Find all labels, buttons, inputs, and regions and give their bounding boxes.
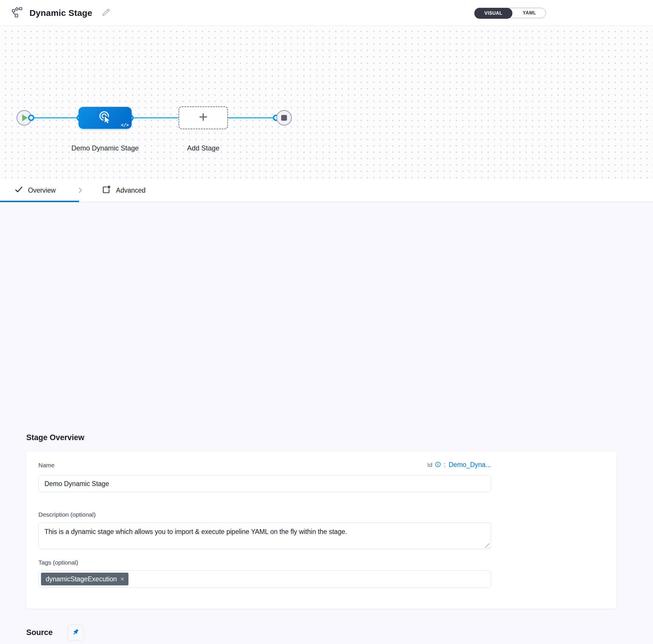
- stop-icon: [281, 115, 287, 121]
- check-icon: [15, 185, 23, 195]
- chevron-right-icon: [76, 187, 84, 194]
- edge-start-to-stage: [30, 117, 80, 118]
- page-title: Dynamic Stage: [29, 8, 92, 18]
- name-input[interactable]: [39, 475, 491, 492]
- tags-label: Tags (optional): [39, 559, 78, 566]
- pushpin-icon: [69, 626, 81, 639]
- advanced-settings-icon: [102, 185, 111, 196]
- click-icon: [98, 110, 113, 126]
- id-label: Id: [427, 461, 432, 469]
- plus-icon: +: [199, 110, 208, 124]
- port-start-out: [28, 115, 34, 121]
- tags-input[interactable]: dynamicStageExecution ×: [39, 570, 491, 588]
- stage-node-label: Demo Dynamic Stage: [71, 142, 139, 154]
- tab-advanced[interactable]: Advanced: [102, 185, 145, 196]
- edit-pencil-icon[interactable]: [99, 7, 111, 19]
- add-stage-label: Add Stage: [178, 142, 228, 154]
- source-heading-row: Source: [26, 624, 83, 641]
- info-icon[interactable]: [435, 461, 441, 469]
- add-stage-node[interactable]: +: [178, 106, 228, 129]
- play-icon: [22, 114, 28, 121]
- name-label: Name: [39, 462, 54, 469]
- pin-button[interactable]: [67, 624, 83, 641]
- stage-id-row: Id : Demo_Dyna...: [427, 461, 491, 469]
- id-colon: :: [444, 461, 446, 469]
- toggle-visual[interactable]: VISUAL: [474, 8, 512, 19]
- stage-overview-heading: Stage Overview: [26, 433, 84, 442]
- description-label: Description (optional): [39, 511, 96, 518]
- tag-remove-icon[interactable]: ×: [120, 576, 124, 582]
- page-header: Dynamic Stage VISUAL YAML: [0, 0, 653, 26]
- description-textarea[interactable]: This is a dynamic stage which allows you…: [39, 522, 491, 549]
- tab-advanced-label: Advanced: [116, 187, 145, 194]
- stage-id-link[interactable]: Demo_Dyna...: [449, 461, 491, 469]
- stage-tabbar: Overview Advanced: [0, 179, 653, 202]
- overview-tab-content: Stage Overview Name Id : Demo_Dyna... De…: [0, 202, 653, 644]
- pipeline-icon: [11, 7, 23, 19]
- visual-yaml-toggle: VISUAL YAML: [474, 8, 546, 18]
- tag-chip: dynamicStageExecution ×: [41, 573, 128, 586]
- tag-chip-label: dynamicStageExecution: [46, 575, 117, 583]
- source-heading: Source: [26, 628, 53, 637]
- tab-overview[interactable]: Overview: [15, 185, 56, 195]
- stage-overview-card: Name Id : Demo_Dyna... Description (opti…: [26, 451, 616, 609]
- stage-node-demo-dynamic-stage[interactable]: </>: [78, 107, 131, 129]
- end-node: [276, 110, 292, 126]
- dynamic-stage-page: Dynamic Stage VISUAL YAML: [0, 0, 653, 644]
- toggle-yaml[interactable]: YAML: [513, 8, 546, 18]
- edge-stage-to-add: [130, 117, 179, 118]
- edge-add-to-end: [227, 117, 276, 118]
- pipeline-canvas[interactable]: </> + Demo Dynamic Stage Add Stage: [0, 26, 653, 179]
- code-icon: </>: [121, 122, 129, 128]
- tab-overview-label: Overview: [28, 187, 56, 194]
